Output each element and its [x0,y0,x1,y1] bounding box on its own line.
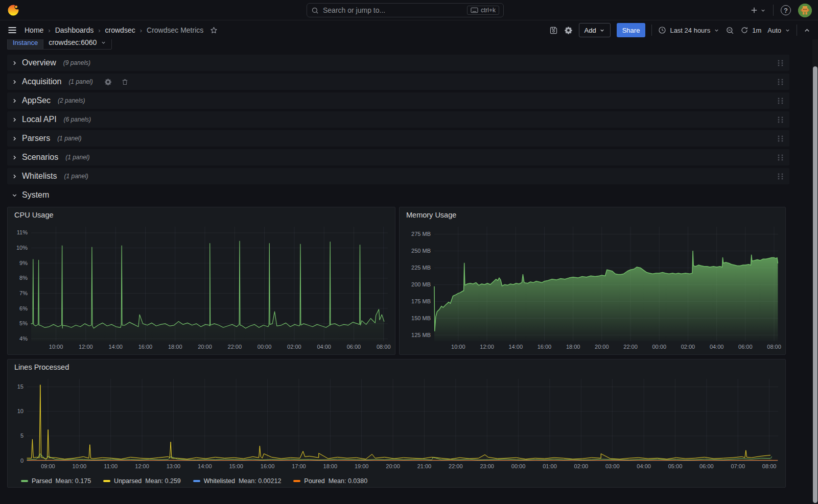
refresh-interval-label: 1m [752,27,761,34]
clock-icon [658,26,666,34]
keyboard-icon [471,7,478,13]
auto-label: Auto [767,27,781,34]
y-tick-label: 275 MB [411,231,431,237]
panel-title-lines[interactable]: Lines Processed [14,363,69,371]
memory-usage-panel: Memory Usage 10:0012:0014:0016:0018:0020… [399,207,786,355]
x-tick-label: 01:00 [543,463,557,469]
refresh-button[interactable]: 1m [740,26,761,34]
chevron-right-icon [11,98,18,104]
cpu-usage-panel: CPU Usage 10:0012:0014:0016:0018:0020:00… [7,207,395,355]
search-input[interactable] [323,6,467,14]
menu-icon [7,25,17,35]
row-appsec[interactable]: AppSec(2 panels) [7,92,789,109]
toolbar-divider [797,25,797,36]
row-system-expanded[interactable]: System [7,188,53,202]
top-nav-right: ? [750,0,812,20]
x-tick-label: 04:00 [637,463,651,469]
time-range-picker[interactable]: Last 24 hours [658,26,719,34]
chevron-down-icon [760,8,766,13]
row-panel-count: (6 panels) [64,116,91,123]
y-tick-label: 225 MB [411,265,431,271]
chevron-right-icon [11,173,18,180]
x-tick-label: 16:00 [261,463,275,469]
chevron-down-icon [101,40,106,45]
dashboard-settings-button[interactable] [564,26,573,35]
legend-item-parsed[interactable]: Parsed Mean: 0.175 [21,477,91,485]
row-title: Parsers [22,134,50,143]
mega-menu-button[interactable] [7,25,17,35]
favorite-button[interactable] [209,26,218,35]
add-button[interactable]: Add [579,23,611,37]
breadcrumb: Home › Dashboards › crowdsec › Crowdsec … [25,26,203,34]
row-acquisition[interactable]: Acquisition(1 panel) [7,74,789,90]
row-overview[interactable]: Overview(9 panels) [7,55,789,71]
auto-refresh-picker[interactable]: Auto [767,27,790,34]
x-tick-label: 18:00 [323,463,338,469]
series-area-memory [434,251,778,341]
memory-usage-chart[interactable]: 10:0012:0014:0016:0018:0020:0022:0000:00… [402,223,783,352]
breadcrumb-folder[interactable]: crowdsec [105,26,135,34]
row-scenarios[interactable]: Scenarios(1 panel) [7,149,789,165]
search-bar[interactable]: ctrl+k [307,3,504,17]
x-tick-label: 12:00 [480,344,494,350]
lines-processed-panel: Lines Processed 09:0010:0011:0012:0013:0… [7,359,786,488]
chevron-right-icon [11,154,18,161]
drag-handle[interactable] [776,153,785,162]
y-tick-label: 200 MB [411,281,431,287]
x-tick-label: 10:00 [73,463,87,469]
drag-handle[interactable] [776,172,785,181]
row-delete-button[interactable] [121,78,129,86]
row-title: Overview [22,58,56,67]
panel-title-memory[interactable]: Memory Usage [406,211,456,219]
lines-processed-chart[interactable]: 09:0010:0011:0012:0013:0014:0015:0016:00… [10,375,783,472]
zoom-out-icon [726,26,734,35]
breadcrumb-home[interactable]: Home [25,26,43,34]
row-settings-button[interactable] [104,78,112,86]
x-tick-label: 13:00 [167,463,181,469]
drag-handle[interactable] [776,77,785,87]
x-tick-label: 12:00 [135,463,149,469]
toolbar-actions: Add Share Last 24 hours 1m Auto [549,23,811,37]
legend-mean: Mean: 0.00212 [239,477,281,485]
x-tick-label: 05:00 [668,463,683,469]
zoom-out-button[interactable] [726,26,734,35]
scrollbar-thumb[interactable] [813,66,817,503]
y-tick-label: 150 MB [411,315,431,321]
help-button[interactable]: ? [781,5,791,15]
save-dashboard-button[interactable] [549,26,558,35]
x-tick-label: 14:00 [198,463,212,469]
share-button[interactable]: Share [617,23,646,37]
breadcrumb-dashboards[interactable]: Dashboards [55,26,94,34]
legend-item-whitelisted[interactable]: Whitelisted Mean: 0.00212 [193,477,282,485]
legend-item-unparsed[interactable]: Unparsed Mean: 0.259 [103,477,181,485]
drag-handle[interactable] [776,134,785,143]
series-line-Unparsed [27,385,770,460]
row-local-api[interactable]: Local API(6 panels) [7,111,789,128]
row-whitelists[interactable]: Whitelists(1 panel) [7,168,789,184]
row-title: AppSec [22,96,51,105]
x-tick-label: 02:00 [574,463,589,469]
row-title: Local API [22,115,57,124]
panel-title-cpu[interactable]: CPU Usage [14,211,54,219]
x-tick-label: 19:00 [355,463,369,469]
cpu-usage-chart[interactable]: 10:0012:0014:0016:0018:0020:0022:0000:00… [10,223,393,352]
x-tick-label: 08:00 [767,344,781,350]
save-icon [549,26,558,35]
legend-item-poured[interactable]: Poured Mean: 0.0380 [293,477,367,485]
row-parsers[interactable]: Parsers(1 panel) [7,130,789,147]
chevron-right-icon [11,60,18,66]
row-panel-count: (1 panel) [64,173,88,180]
drag-handle[interactable] [776,96,785,106]
grafana-app: ctrl+k ? [0,0,818,504]
user-avatar[interactable] [798,4,812,17]
new-button[interactable] [750,6,766,15]
x-tick-label: 18:00 [566,344,580,350]
drag-handle[interactable] [776,115,785,125]
drag-handle[interactable] [776,58,785,68]
time-range-label: Last 24 hours [670,27,710,34]
row-panel-count: (1 panel) [65,154,89,161]
collapse-toolbar-button[interactable] [803,27,811,34]
grafana-logo[interactable] [6,3,20,17]
legend-mean: Mean: 0.0380 [329,477,367,485]
dashboard-content: Instance crowdsec:6060 Overview(9 panels… [0,0,818,504]
